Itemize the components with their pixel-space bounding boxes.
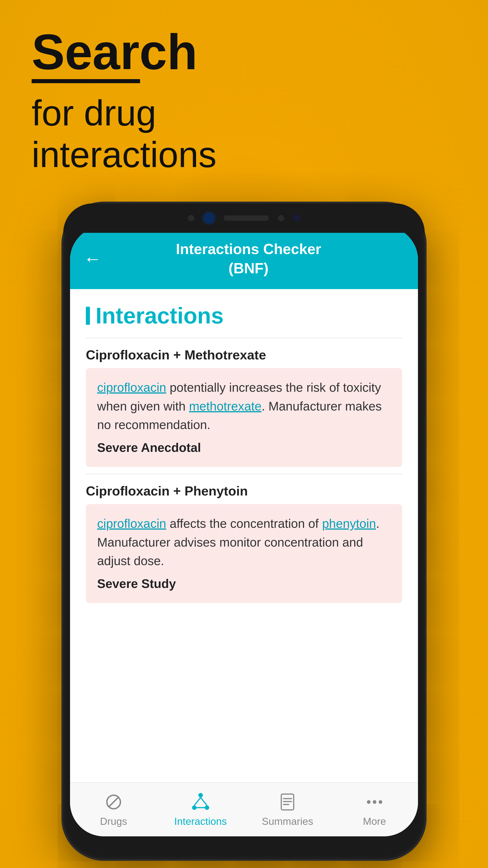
- nav-label-more: More: [363, 815, 386, 827]
- notch-sensor: [293, 215, 300, 221]
- nav-item-drugs[interactable]: Drugs: [70, 782, 157, 836]
- phone-device: ← Interactions Checker (BNF) Interaction…: [63, 204, 425, 859]
- notch-dot-2: [278, 215, 284, 221]
- more-icon: [364, 792, 385, 812]
- drug-link-ciprofloxacin-2[interactable]: ciprofloxacin: [97, 517, 166, 530]
- svg-line-5: [194, 798, 201, 805]
- interaction-1-box: ciprofloxacin potentially increases the …: [86, 368, 402, 467]
- notch-camera: [203, 213, 215, 224]
- notch-dot-1: [188, 215, 194, 221]
- svg-point-2: [198, 793, 203, 798]
- phone-notch: [63, 204, 425, 233]
- search-subtitle: for drug interactions: [32, 92, 217, 176]
- nav-label-drugs: Drugs: [100, 815, 127, 827]
- pill-icon: [103, 792, 124, 812]
- back-button[interactable]: ←: [84, 250, 102, 268]
- divider-1: [86, 338, 402, 338]
- drug-link-methotrexate[interactable]: methotrexate: [189, 399, 262, 413]
- phone-screen: ← Interactions Checker (BNF) Interaction…: [70, 226, 418, 836]
- more-dot-1: [367, 800, 370, 804]
- drug-link-ciprofloxacin-1[interactable]: ciprofloxacin: [97, 380, 166, 395]
- network-icon: [191, 792, 211, 812]
- svg-point-4: [205, 805, 209, 810]
- nav-item-more[interactable]: More: [331, 782, 418, 836]
- page-header: Search for drug interactions: [32, 27, 217, 176]
- doc-icon: [278, 792, 298, 812]
- svg-line-6: [201, 798, 207, 805]
- app-header-title: Interactions Checker (BNF): [111, 240, 386, 278]
- nav-label-interactions: Interactions: [174, 815, 227, 827]
- severity-2: Severe Study: [97, 575, 391, 593]
- severity-1: Severe Anecdotal: [97, 438, 391, 457]
- section-title: Interactions: [96, 303, 224, 329]
- heading-accent: [86, 307, 90, 325]
- search-title: Search: [32, 27, 217, 77]
- more-dot-3: [379, 800, 382, 804]
- nav-item-summaries[interactable]: Summaries: [244, 782, 331, 836]
- phone-body: ← Interactions Checker (BNF) Interaction…: [63, 204, 425, 859]
- notch-speaker: [224, 215, 269, 221]
- interaction-item-2: Ciprofloxacin + Phenytoin ciprofloxacin …: [86, 483, 402, 603]
- app-content: Interactions Ciprofloxacin + Methotrexat…: [70, 289, 418, 782]
- svg-point-3: [192, 805, 197, 810]
- section-heading: Interactions: [86, 303, 402, 329]
- more-dot-2: [373, 800, 377, 804]
- app-header: ← Interactions Checker (BNF): [70, 226, 418, 289]
- divider-2: [86, 474, 402, 474]
- interaction-2-title: Ciprofloxacin + Phenytoin: [86, 483, 402, 498]
- drug-link-phenytoin[interactable]: phenytoin: [322, 517, 376, 530]
- interaction-2-box: ciprofloxacin affects the concentration …: [86, 504, 402, 603]
- nav-label-summaries: Summaries: [262, 815, 313, 827]
- interaction-item-1: Ciprofloxacin + Methotrexate ciprofloxac…: [86, 347, 402, 467]
- nav-item-interactions[interactable]: Interactions: [157, 782, 244, 836]
- svg-line-1: [109, 797, 118, 807]
- bottom-nav: Drugs Interactions: [70, 782, 418, 836]
- interaction-1-title: Ciprofloxacin + Methotrexate: [86, 347, 402, 362]
